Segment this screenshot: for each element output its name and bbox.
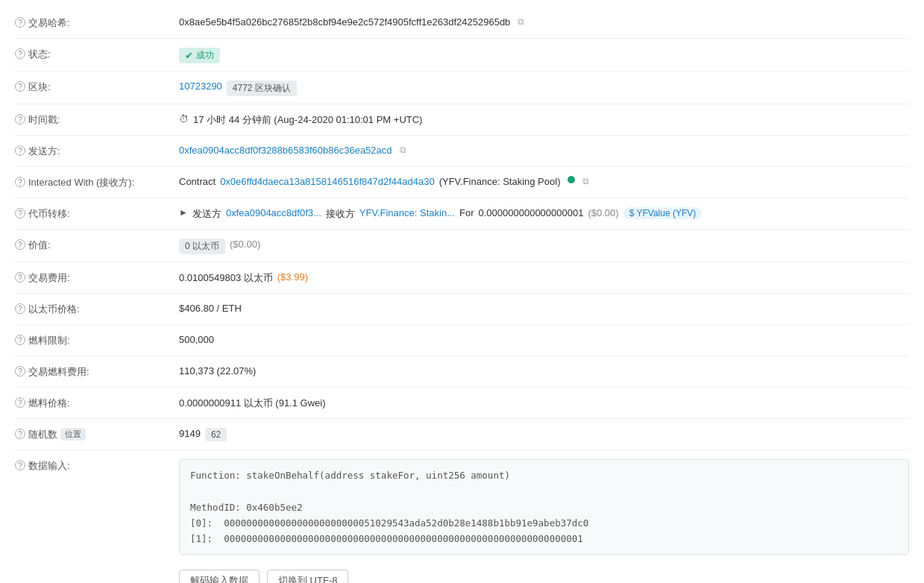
timestamp-label-text: 时间戳: [28, 113, 60, 127]
from-label-text: 发送方: [28, 145, 60, 158]
help-icon-block: ? [15, 81, 25, 92]
timestamp-value: ⏱ 17 小时 44 分钟前 (Aug-24-2020 01:10:01 PM … [179, 112, 909, 127]
token-from-address[interactable]: 0xfea0904acc8df0f3... [226, 207, 321, 218]
token-to-address[interactable]: YFV.Finance: Stakin... [359, 207, 455, 218]
transaction-detail-page: ? 交易哈希: 0x8ae5e5b4f5a026bc27685f2b8cbf94… [0, 0, 924, 583]
input-data-label-text: 数据输入: [28, 459, 70, 473]
switch-utf8-button[interactable]: 切换到 UTF-8 [267, 570, 348, 583]
check-icon: ✔ [185, 50, 193, 61]
usd-value-text: ($0.00) [230, 239, 260, 250]
from-copy-icon[interactable]: ⧉ [400, 145, 406, 155]
help-icon-value: ? [15, 239, 25, 250]
gas-price-row: ? 燃料价格: 0.0000000911 以太币 (91.1 Gwei) [15, 388, 909, 419]
eth-price-text: $406.80 / ETH [179, 303, 242, 314]
value-value: 0 以太币 ($0.00) [179, 237, 909, 254]
tx-hash-value: 0x8ae5e5b4f5a026bc27685f2b8cbf94e9e2c572… [179, 15, 909, 28]
verified-dot-icon [568, 176, 575, 183]
position-badge: 位置 [60, 428, 86, 441]
nonce-label-text: 随机数 [28, 428, 57, 441]
block-row: ? 区块: 10723290 4772 区块确认 [15, 72, 909, 104]
from-label: ? 发送方: [15, 143, 179, 158]
interacted-label-text: Interacted With (接收方): [28, 176, 134, 189]
token-transfer-label: ? 代币转移: [15, 206, 179, 221]
gas-price-text: 0.0000000911 以太币 (91.1 Gwei) [179, 397, 326, 410]
nonce-number: 9149 [179, 428, 201, 439]
block-label-text: 区块: [28, 81, 51, 94]
eth-price-row: ? 以太币价格: $406.80 / ETH [15, 294, 909, 325]
status-badge: ✔ 成功 [179, 48, 220, 63]
gas-limit-label-text: 燃料限制: [28, 334, 70, 347]
eth-price-value: $406.80 / ETH [179, 301, 909, 314]
block-confirmations-badge: 4772 区块确认 [227, 81, 297, 96]
block-label: ? 区块: [15, 79, 179, 94]
tx-hash-label-text: 交易哈希: [28, 16, 70, 30]
tx-fee-usd: ($3.99) [277, 271, 308, 283]
status-row: ? 状态: ✔ 成功 [15, 39, 909, 72]
gas-limit-row: ? 燃料限制: 500,000 [15, 325, 909, 356]
decode-input-button[interactable]: 解码输入数据 [179, 570, 260, 583]
nonce-row: ? 随机数 位置 9149 62 [15, 419, 909, 450]
gas-price-label: ? 燃料价格: [15, 395, 179, 410]
from-address-link[interactable]: 0xfea0904acc8df0f3288b6583f60b86c36ea52a… [179, 145, 392, 156]
contract-name-text: (YFV.Finance: Staking Pool) [439, 176, 561, 187]
help-icon-tx-hash: ? [15, 17, 25, 28]
token-name: YFValue (YFV) [636, 208, 696, 218]
position-number-badge: 62 [205, 428, 227, 441]
gas-price-label-text: 燃料价格: [28, 397, 70, 410]
status-text: 成功 [196, 49, 214, 62]
eth-value-badge: 0 以太币 [179, 239, 225, 254]
tx-fee-value: 0.0100549803 以太币 ($3.99) [179, 270, 909, 285]
token-transfer-row: ? 代币转移: ► 发送方 0xfea0904acc8df0f3... 接收方 … [15, 198, 909, 230]
help-icon-timestamp: ? [15, 114, 25, 125]
token-transfer-label-text: 代币转移: [28, 207, 70, 221]
interacted-row: ? Interacted With (接收方): Contract 0x0e6f… [15, 167, 909, 198]
help-icon-gas-price: ? [15, 397, 25, 408]
from-value: 0xfea0904acc8df0f3288b6583f60b86c36ea52a… [179, 143, 909, 156]
status-label-text: 状态: [28, 48, 51, 61]
interacted-label: ? Interacted With (接收方): [15, 174, 179, 189]
gas-used-label-text: 交易燃料费用: [28, 365, 89, 379]
tx-fee-eth: 0.0100549803 以太币 [179, 271, 273, 285]
input-data-label: ? 数据输入: [15, 458, 179, 473]
tx-hash-label: ? 交易哈希: [15, 15, 179, 30]
status-label: ? 状态: [15, 46, 179, 61]
token-amount: 0.000000000000000001 [478, 207, 583, 218]
block-value: 10723290 4772 区块确认 [179, 79, 909, 96]
clock-icon: ⏱ [179, 113, 189, 125]
tx-hash-row: ? 交易哈希: 0x8ae5e5b4f5a026bc27685f2b8cbf94… [15, 7, 909, 39]
status-value: ✔ 成功 [179, 46, 909, 63]
tx-fee-label: ? 交易费用: [15, 270, 179, 285]
gas-used-text: 110,373 (22.07%) [179, 365, 256, 376]
help-icon-token-transfer: ? [15, 208, 25, 218]
tx-hash-text: 0x8ae5e5b4f5a026bc27685f2b8cbf94e9e2c572… [179, 16, 510, 28]
help-icon-nonce: ? [15, 429, 25, 439]
contract-keyword: Contract [179, 176, 216, 187]
help-icon-interacted: ? [15, 177, 25, 187]
block-number-link[interactable]: 10723290 [179, 81, 222, 92]
input-data-value: Function: stakeOnBehalf(address stakeFor… [179, 458, 909, 583]
input-data-code: Function: stakeOnBehalf(address stakeFor… [179, 459, 909, 555]
contract-copy-icon[interactable]: ⧉ [582, 176, 589, 186]
token-for-label: For [459, 207, 474, 218]
gas-limit-text: 500,000 [179, 334, 214, 345]
input-data-row: ? 数据输入: Function: stakeOnBehalf(address … [15, 450, 909, 583]
tx-hash-copy-icon[interactable]: ⧉ [518, 16, 524, 27]
eth-price-label-text: 以太币价格: [28, 303, 80, 316]
tx-fee-row: ? 交易费用: 0.0100549803 以太币 ($3.99) [15, 262, 909, 294]
input-data-actions: 解码输入数据 切换到 UTF-8 [179, 559, 909, 583]
from-row: ? 发送方: 0xfea0904acc8df0f3288b6583f60b86c… [15, 136, 909, 167]
value-row: ? 价值: 0 以太币 ($0.00) [15, 230, 909, 262]
token-symbol-badge[interactable]: $ YFValue (YFV) [623, 207, 703, 219]
dollar-icon: $ [629, 208, 635, 218]
token-from-label: 发送方 [192, 207, 221, 221]
value-label-text: 价值: [28, 239, 51, 252]
help-icon-eth-price: ? [15, 303, 25, 314]
help-icon-from: ? [15, 145, 25, 156]
eth-price-label: ? 以太币价格: [15, 301, 179, 316]
gas-used-label: ? 交易燃料费用: [15, 364, 179, 379]
help-icon-status: ? [15, 48, 25, 59]
nonce-label: ? 随机数 位置 [15, 426, 179, 441]
contract-address-link[interactable]: 0x0e6ffd4daeca13a8158146516f847d2f44ad4a… [220, 176, 435, 187]
token-usd: ($0.00) [588, 207, 618, 218]
timestamp-row: ? 时间戳: ⏱ 17 小时 44 分钟前 (Aug-24-2020 01:10… [15, 104, 909, 136]
